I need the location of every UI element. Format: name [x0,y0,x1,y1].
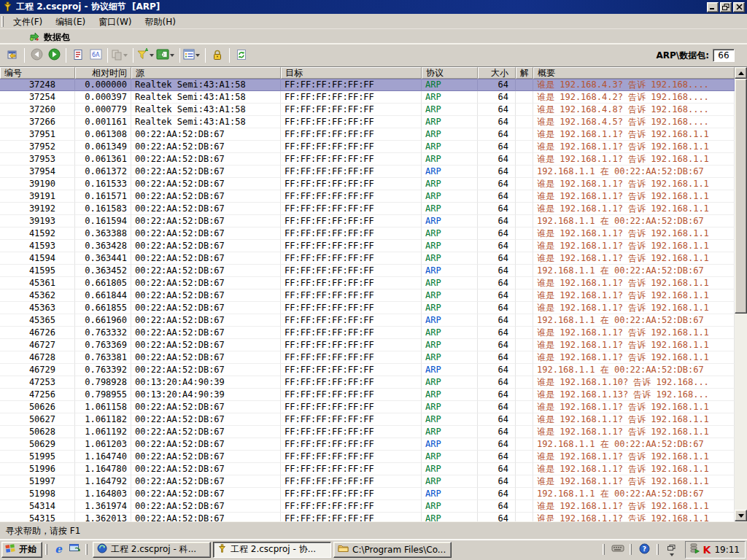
cell-summary: 谁是 192.168.4.5? 告诉 192.168.... [533,116,735,128]
keyboard-indicator-button[interactable] [610,542,626,558]
packet-row[interactable]: 54315 1.362013 00:22:AA:52:DB:67 FF:FF:F… [0,513,735,521]
packet-row[interactable]: 46728 0.763381 00:22:AA:52:DB:67 FF:FF:F… [0,351,735,364]
folder-icon [338,544,349,555]
menu-file[interactable]: 文件(F) [7,15,49,28]
show-desktop-button[interactable] [66,542,82,558]
column-list-button-group[interactable] [183,47,202,64]
packet-row[interactable]: 50629 1.061203 00:22:AA:52:DB:67 FF:FF:F… [0,438,735,451]
packet-row[interactable]: 37260 0.000779 Realtek Semi:43:A1:58 FF:… [0,104,735,116]
header-decode[interactable]: 解 [516,67,533,79]
packet-row[interactable]: 39192 0.161583 00:22:AA:52:DB:67 FF:FF:F… [0,203,735,215]
window-switch-button[interactable] [664,542,680,558]
packet-row[interactable]: 45362 0.661844 00:22:AA:52:DB:67 FF:FF:F… [0,289,735,302]
capture-service-icon[interactable] [689,543,700,556]
minimize-button[interactable] [707,2,719,12]
scroll-down-button[interactable] [735,510,747,521]
tab-packets[interactable]: 数据包 [12,31,79,44]
packet-row[interactable]: 54314 1.361974 00:22:AA:52:DB:67 FF:FF:F… [0,500,735,513]
filter-button-group[interactable] [136,47,156,64]
packet-row[interactable]: 46729 0.763392 00:22:AA:52:DB:67 FF:FF:F… [0,364,735,376]
packet-counter-value: 66 [713,49,735,62]
header-time[interactable]: 相对时间 [75,67,131,79]
packet-row[interactable]: 41593 0.363428 00:22:AA:52:DB:67 FF:FF:F… [0,240,735,252]
scroll-track[interactable] [735,314,747,510]
packet-row[interactable]: 45363 0.661855 00:22:AA:52:DB:67 FF:FF:F… [0,302,735,314]
packet-row[interactable]: 37952 0.061349 00:22:AA:52:DB:67 FF:FF:F… [0,141,735,153]
packet-row[interactable]: 39190 0.161533 00:22:AA:52:DB:67 FF:FF:F… [0,178,735,190]
quicklaunch-grip[interactable] [45,544,47,555]
task-button-project-analyzer[interactable]: 工程 2.cscproj - 科... [93,542,211,558]
packet-row[interactable]: 37254 0.000397 Realtek Semi:43:A1:58 FF:… [0,91,735,104]
packet-row[interactable]: 51995 1.164740 00:22:AA:52:DB:67 FF:FF:F… [0,451,735,463]
menu-window[interactable]: 窗口(W) [92,15,138,28]
ie-quicklaunch-button[interactable]: e [50,542,66,558]
menu-grip[interactable] [1,16,4,27]
help-tray-button[interactable]: ? [637,542,653,558]
cell-decode [516,438,533,451]
packet-row[interactable]: 45365 0.661960 00:22:AA:52:DB:67 FF:FF:F… [0,314,735,327]
detail-window-button[interactable] [4,47,21,64]
refresh-button[interactable] [233,47,250,64]
cell-proto: ARP [422,79,478,91]
back-button[interactable] [28,47,45,64]
cell-summary: 谁是 192.168.1.1? 告诉 192.168.1.1 [533,190,735,203]
restore-button[interactable] [720,2,732,12]
packet-row[interactable]: 37248 0.000000 Realtek Semi:43:A1:58 FF:… [0,79,735,91]
cell-dest: FF:FF:FF:FF:FF:FF [281,513,422,521]
cell-time: 0.363428 [75,240,131,252]
packet-row[interactable]: 37954 0.061372 00:22:AA:52:DB:67 FF:FF:F… [0,166,735,178]
header-no[interactable]: 编号 [0,67,75,79]
copy-button-group[interactable] [111,47,130,64]
header-proto[interactable]: 协议 [422,67,478,79]
packet-row[interactable]: 47256 0.798955 00:13:20:A4:90:39 FF:FF:F… [0,389,735,401]
header-dest[interactable]: 目标 [281,67,422,79]
header-source[interactable]: 源 [131,67,281,79]
task-button-explorer[interactable]: C:\Program Files\Co... [333,542,452,558]
packet-row[interactable]: 51997 1.164792 00:22:AA:52:DB:67 FF:FF:F… [0,475,735,488]
header-summary[interactable]: 概要 [533,67,735,79]
packet-row[interactable]: 46727 0.763369 00:22:AA:52:DB:67 FF:FF:F… [0,339,735,351]
packet-row[interactable]: 37951 0.061308 00:22:AA:52:DB:67 FF:FF:F… [0,128,735,141]
toolbar-separator [66,48,66,63]
packet-row[interactable]: 51998 1.164803 00:22:AA:52:DB:67 FF:FF:F… [0,488,735,500]
forward-button[interactable] [45,47,63,64]
tasks-grip[interactable] [85,544,88,555]
task-button-protocol-detail[interactable]: 工程 2.cscproj - 协... [213,542,331,558]
packet-row[interactable]: 41592 0.363388 00:22:AA:52:DB:67 FF:FF:F… [0,228,735,240]
menu-help[interactable]: 帮助(H) [138,15,182,28]
cell-decode [516,153,533,166]
packet-row[interactable]: 37953 0.061361 00:22:AA:52:DB:67 FF:FF:F… [0,153,735,166]
scroll-thumb[interactable] [735,79,747,314]
packet-row[interactable]: 41594 0.363441 00:22:AA:52:DB:67 FF:FF:F… [0,252,735,265]
goto-window-button-group[interactable] [156,47,177,64]
packet-row[interactable]: 50626 1.061158 00:22:AA:52:DB:67 FF:FF:F… [0,401,735,413]
cell-time: 0.001161 [75,116,131,128]
header-size[interactable]: 大小 [478,67,516,79]
packet-row[interactable]: 41595 0.363452 00:22:AA:52:DB:67 FF:FF:F… [0,265,735,277]
scroll-up-button[interactable] [735,67,747,79]
packet-row[interactable]: 50628 1.061192 00:22:AA:52:DB:67 FF:FF:F… [0,426,735,438]
cell-time: 0.763332 [75,327,131,339]
packet-row[interactable]: 39191 0.161571 00:22:AA:52:DB:67 FF:FF:F… [0,190,735,203]
cell-proto: ARP [422,339,478,351]
packet-row[interactable]: 45361 0.661805 00:22:AA:52:DB:67 FF:FF:F… [0,277,735,289]
antivirus-tray-icon[interactable]: K [703,545,711,555]
close-button[interactable] [733,2,745,12]
cell-proto: ARP [422,426,478,438]
packet-row[interactable]: 51996 1.164780 00:22:AA:52:DB:67 FF:FF:F… [0,463,735,475]
packet-row[interactable]: 37266 0.001161 Realtek Semi:43:A1:58 FF:… [0,116,735,128]
packet-row[interactable]: 47253 0.798928 00:13:20:A4:90:39 FF:FF:F… [0,376,735,389]
filter-icon [136,48,149,63]
cell-summary: 谁是 192.168.1.1? 告诉 192.168.1.1 [533,426,735,438]
hex-pane-button[interactable]: 6A [87,47,104,64]
taskbar-clock[interactable]: 19:11 [714,545,740,555]
notes-button[interactable] [69,47,87,64]
vertical-scrollbar[interactable] [735,67,747,521]
cell-decode [516,79,533,91]
lock-button[interactable] [209,47,226,64]
menu-edit[interactable]: 编辑(E) [49,15,92,28]
start-button[interactable]: 开始 [1,542,42,558]
packet-row[interactable]: 46726 0.763332 00:22:AA:52:DB:67 FF:FF:F… [0,327,735,339]
packet-row[interactable]: 50627 1.061182 00:22:AA:52:DB:67 FF:FF:F… [0,413,735,426]
packet-row[interactable]: 39193 0.161594 00:22:AA:52:DB:67 FF:FF:F… [0,215,735,228]
